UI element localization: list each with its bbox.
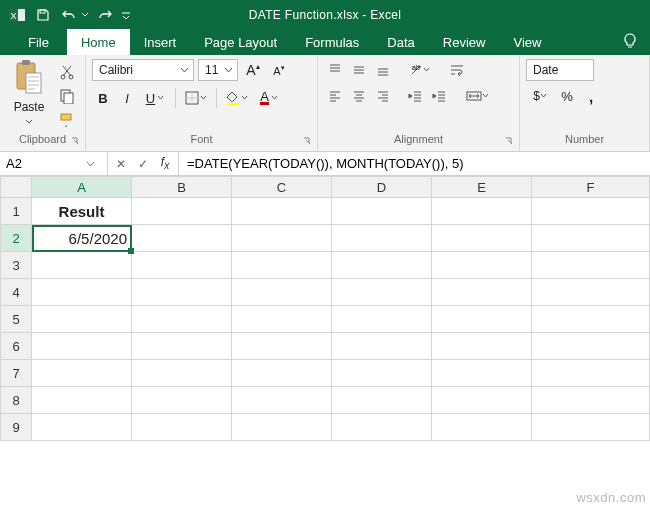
paste-label[interactable]: Paste [14,100,45,114]
cell[interactable] [32,360,132,387]
row-header[interactable]: 9 [1,414,32,441]
cell[interactable] [132,225,232,252]
row-header[interactable]: 6 [1,333,32,360]
cell[interactable] [532,306,650,333]
align-middle-icon[interactable] [348,59,370,81]
cell[interactable] [532,279,650,306]
cell[interactable] [432,333,532,360]
undo-dropdown-icon[interactable] [80,4,90,26]
cell[interactable] [532,198,650,225]
copy-icon[interactable] [56,85,78,107]
cell[interactable] [532,333,650,360]
cell[interactable] [232,360,332,387]
cell[interactable] [232,198,332,225]
cut-icon[interactable] [56,61,78,83]
cell[interactable] [432,360,532,387]
clipboard-launcher-icon[interactable] [69,135,81,147]
cell[interactable] [332,198,432,225]
paste-dropdown-icon[interactable] [25,114,33,128]
cell[interactable] [432,225,532,252]
row-header[interactable]: 8 [1,387,32,414]
cell[interactable] [32,333,132,360]
name-box-input[interactable] [0,156,80,171]
align-center-icon[interactable] [348,85,370,107]
align-bottom-icon[interactable] [372,59,394,81]
cell[interactable] [432,252,532,279]
name-box[interactable] [0,152,108,175]
accounting-format-icon[interactable]: $ [526,85,554,107]
cell[interactable] [32,252,132,279]
spreadsheet-grid[interactable]: ABCDEF1Result26/5/20203456789 [0,176,650,441]
bold-button[interactable]: B [92,87,114,109]
cell[interactable] [332,387,432,414]
cancel-formula-icon[interactable]: ✕ [112,157,130,171]
cell[interactable] [432,198,532,225]
align-left-icon[interactable] [324,85,346,107]
orientation-icon[interactable]: ab [404,59,434,81]
cell[interactable] [332,306,432,333]
decrease-font-icon[interactable]: A▾ [268,59,290,81]
merge-center-icon[interactable] [462,85,492,107]
undo-icon[interactable] [58,4,80,26]
row-header[interactable]: 2 [1,225,32,252]
cell[interactable] [32,306,132,333]
tab-home[interactable]: Home [67,29,130,55]
font-size-combo[interactable]: 11 [198,59,238,81]
cell[interactable] [332,414,432,441]
select-all-corner[interactable] [1,177,32,198]
cell[interactable] [532,387,650,414]
cell[interactable] [132,387,232,414]
name-box-dropdown-icon[interactable] [80,157,101,171]
cell[interactable] [132,414,232,441]
cell[interactable] [132,306,232,333]
align-top-icon[interactable] [324,59,346,81]
underline-button[interactable]: U [140,87,170,109]
cell[interactable] [532,225,650,252]
column-header[interactable]: C [232,177,332,198]
tab-file[interactable]: File [14,29,63,55]
lightbulb-icon[interactable] [622,32,638,53]
column-header[interactable]: D [332,177,432,198]
font-color-button[interactable]: A [254,87,284,109]
italic-button[interactable]: I [116,87,138,109]
fill-color-button[interactable] [222,87,252,109]
tab-data[interactable]: Data [373,29,428,55]
tab-page-layout[interactable]: Page Layout [190,29,291,55]
cell[interactable] [532,252,650,279]
cell[interactable]: 6/5/2020 [32,225,132,252]
font-name-combo[interactable]: Calibri [92,59,194,81]
cell[interactable] [232,279,332,306]
tab-view[interactable]: View [499,29,555,55]
cell[interactable] [232,333,332,360]
cell[interactable] [232,252,332,279]
borders-button[interactable] [181,87,211,109]
row-header[interactable]: 5 [1,306,32,333]
formula-input[interactable] [179,156,650,171]
qat-customize-icon[interactable] [120,4,132,26]
tab-formulas[interactable]: Formulas [291,29,373,55]
paste-icon[interactable] [14,59,44,98]
column-header[interactable]: B [132,177,232,198]
cell[interactable] [232,387,332,414]
cell[interactable] [132,198,232,225]
row-header[interactable]: 4 [1,279,32,306]
redo-icon[interactable] [94,4,116,26]
enter-formula-icon[interactable]: ✓ [134,157,152,171]
cell[interactable] [132,252,232,279]
row-header[interactable]: 3 [1,252,32,279]
cell[interactable] [232,414,332,441]
fx-icon[interactable]: fx [156,155,174,171]
cell[interactable] [132,279,232,306]
number-format-combo[interactable]: Date [526,59,594,81]
cell[interactable] [432,387,532,414]
font-launcher-icon[interactable] [301,135,313,147]
cell[interactable] [132,360,232,387]
comma-format-icon[interactable]: , [580,85,602,107]
tab-insert[interactable]: Insert [130,29,191,55]
cell[interactable] [332,360,432,387]
increase-indent-icon[interactable] [428,85,450,107]
cell[interactable] [32,387,132,414]
cell[interactable] [332,225,432,252]
row-header[interactable]: 7 [1,360,32,387]
row-header[interactable]: 1 [1,198,32,225]
